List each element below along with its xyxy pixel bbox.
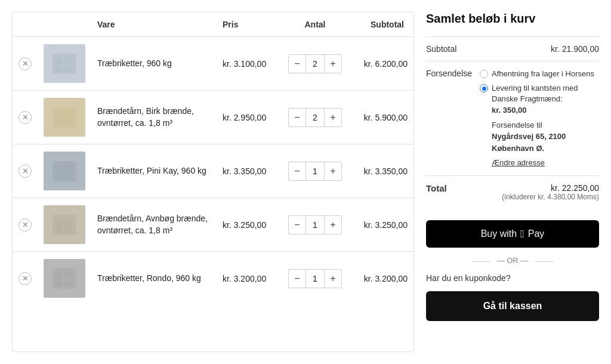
remove-cell: ✕ [13, 198, 38, 252]
subtotal-cell: kr. 6.200,00 [348, 37, 413, 91]
product-subtotal-1: kr. 6.200,00 [364, 59, 408, 69]
qty-control-5: − 1 + [288, 269, 342, 288]
subtotal-label: Subtotal [426, 44, 480, 54]
table-row: ✕ Brændetårn, Avnbøg brænde, ovntørret, … [13, 198, 413, 252]
remove-button-4[interactable]: ✕ [18, 218, 32, 232]
col-remove [13, 13, 38, 37]
remove-button-5[interactable]: ✕ [18, 272, 32, 285]
product-name-1: Træbriketter, 960 kg [97, 58, 172, 68]
product-image-4 [44, 205, 85, 244]
svg-rect-6 [55, 111, 63, 118]
svg-rect-3 [55, 66, 63, 72]
qty-increase-2[interactable]: + [325, 109, 341, 127]
product-name-cell: Træbriketter, Rondo, 960 kg [91, 252, 217, 306]
remove-cell: ✕ [13, 144, 38, 198]
product-image-2 [44, 98, 85, 137]
apple-pay-button[interactable]: Buy with  Pay [426, 220, 599, 248]
shipping-address-value: Nygårdsvej 65, 2100 København Ø. [492, 132, 566, 153]
product-image-5 [44, 259, 85, 298]
price-cell: kr. 2.950,00 [217, 91, 282, 144]
remove-cell: ✕ [13, 91, 38, 144]
svg-rect-19 [65, 227, 72, 233]
product-price-4: kr. 3.250,00 [223, 220, 266, 230]
shipping-option-1[interactable]: Afhentning fra lager i Horsens [480, 69, 594, 79]
apple-logo-icon:  [520, 229, 524, 239]
price-cell: kr. 3.100,00 [217, 37, 282, 91]
price-cell: kr. 3.250,00 [217, 198, 282, 252]
svg-rect-23 [55, 281, 63, 287]
col-name-header: Vare [91, 13, 217, 37]
product-img-icon [50, 210, 79, 240]
product-img-icon [50, 49, 79, 79]
qty-increase-5[interactable]: + [325, 270, 341, 288]
remove-button-2[interactable]: ✕ [18, 111, 32, 124]
col-price-header: Pris [217, 13, 282, 37]
table-row: ✕ Træbriketter, 960 kg kr. 3.100,00 [13, 37, 413, 91]
product-subtotal-2: kr. 5.900,00 [364, 113, 408, 122]
order-summary: Samlet beløb i kurv Subtotal kr. 21.900,… [426, 12, 599, 352]
svg-rect-1 [55, 57, 63, 64]
apple-pay-prefix: Buy with [481, 229, 517, 239]
svg-rect-22 [65, 272, 72, 279]
qty-decrease-1[interactable]: − [289, 55, 306, 73]
radio-pickup[interactable] [480, 70, 488, 78]
svg-rect-12 [65, 165, 72, 172]
subtotal-cell: kr. 3.350,00 [348, 144, 413, 198]
product-name-5: Træbriketter, Rondo, 960 kg [97, 273, 201, 283]
qty-control-4: − 1 + [288, 215, 342, 235]
total-row: Total kr. 22.250,00 (inkluderer kr. 4.38… [426, 175, 599, 208]
svg-rect-21 [55, 272, 63, 279]
total-value-group: kr. 22.250,00 (inkluderer kr. 4.380,00 M… [502, 183, 599, 201]
subtotal-cell: kr. 3.250,00 [348, 198, 413, 252]
qty-control-3: − 1 + [288, 162, 342, 181]
svg-rect-13 [55, 174, 63, 180]
cart-table-container: Vare Pris Antal Subtotal ✕ [12, 12, 414, 352]
radio-delivery[interactable] [480, 84, 488, 92]
image-cell [38, 252, 91, 306]
checkout-button[interactable]: Gå til kassen [426, 291, 599, 321]
remove-button-1[interactable]: ✕ [18, 57, 32, 70]
qty-decrease-4[interactable]: − [289, 216, 306, 234]
apple-pay-label: Pay [528, 229, 545, 239]
qty-cell: − 2 + [282, 37, 348, 91]
coupon-text: Har du en kuponkode? [426, 273, 599, 283]
shipping-label: Forsendelse [426, 69, 480, 78]
svg-rect-17 [65, 218, 72, 226]
qty-cell: − 1 + [282, 198, 348, 252]
svg-rect-9 [65, 120, 72, 126]
remove-cell: ✕ [13, 37, 38, 91]
svg-rect-18 [55, 227, 63, 233]
subtotal-cell: kr. 5.900,00 [348, 91, 413, 144]
change-address-link[interactable]: Ændre adresse [492, 158, 545, 168]
shipping-address-prefix: Forsendelse til [492, 121, 542, 129]
qty-cell: − 1 + [282, 252, 348, 306]
remove-button-3[interactable]: ✕ [18, 165, 32, 178]
product-name-2: Brændetårn, Birk brænde, ovntørret, ca. … [97, 106, 194, 128]
qty-decrease-5[interactable]: − [289, 270, 306, 288]
qty-increase-4[interactable]: + [325, 216, 341, 234]
svg-rect-11 [55, 165, 63, 172]
svg-rect-14 [65, 174, 72, 180]
qty-increase-3[interactable]: + [325, 162, 341, 180]
qty-increase-1[interactable]: + [325, 55, 341, 73]
qty-decrease-2[interactable]: − [289, 109, 306, 127]
shipping-option-2[interactable]: Levering til kantsten med Danske Fragtmæ… [480, 83, 599, 168]
shipping-option-2-label: Levering til kantsten med Danske Fragtmæ… [492, 83, 599, 104]
col-image [38, 13, 91, 37]
svg-rect-24 [65, 281, 72, 287]
product-subtotal-5: kr. 3.200,00 [364, 274, 408, 283]
product-price-2: kr. 2.950,00 [223, 113, 266, 122]
product-subtotal-4: kr. 3.250,00 [364, 220, 408, 230]
product-img-icon [50, 264, 79, 294]
image-cell [38, 144, 91, 198]
shipping-option-1-label: Afhentning fra lager i Horsens [492, 69, 594, 79]
qty-value-2: 2 [306, 109, 325, 127]
or-divider: — OR — [426, 256, 599, 265]
product-price-1: kr. 3.100,00 [223, 59, 266, 69]
product-image-1 [44, 44, 85, 83]
product-price-3: kr. 3.350,00 [223, 166, 266, 176]
qty-decrease-3[interactable]: − [289, 162, 306, 180]
total-label: Total [426, 183, 480, 193]
qty-control-1: − 2 + [288, 54, 342, 73]
subtotal-row: Subtotal kr. 21.900,00 [426, 36, 599, 61]
